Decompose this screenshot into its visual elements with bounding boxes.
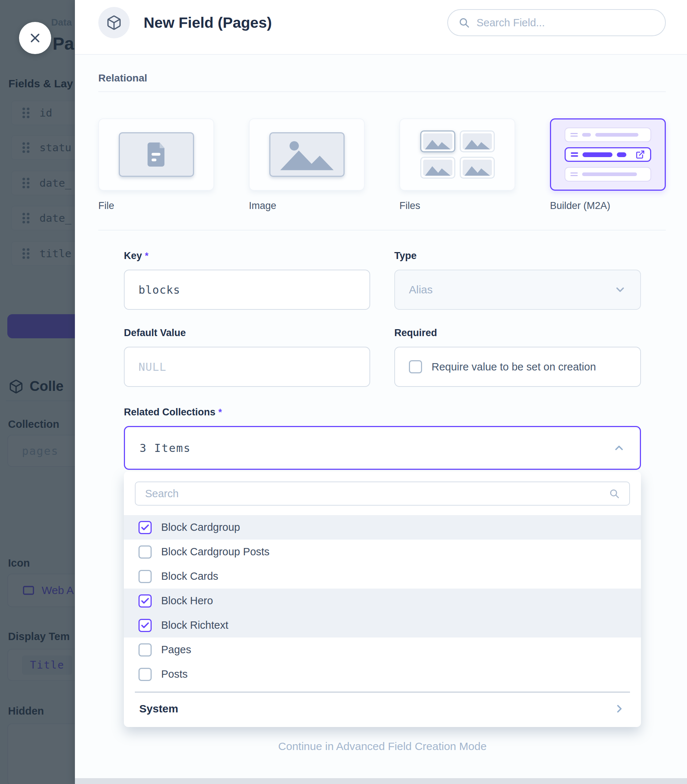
- type-card-file[interactable]: [98, 118, 214, 191]
- checkbox[interactable]: [138, 570, 152, 583]
- collection-options-list: Block Cardgroup Block Cardgroup Posts Bl…: [124, 515, 641, 686]
- external-link-icon: [636, 150, 645, 159]
- type-card-label: Builder (M2A): [550, 200, 610, 212]
- checkbox[interactable]: [138, 619, 152, 632]
- type-card-label: File: [98, 200, 114, 212]
- default-value-label: Default Value: [124, 327, 370, 339]
- option-block-cards[interactable]: Block Cards: [124, 564, 641, 589]
- checkbox[interactable]: [138, 643, 152, 656]
- option-posts[interactable]: Posts: [124, 662, 641, 686]
- chevron-down-icon: [614, 284, 626, 296]
- drawer-header: New Field (Pages) Search Field...: [75, 0, 687, 55]
- type-card-label: Files: [399, 200, 420, 212]
- related-collections-value: 3 Items: [140, 442, 191, 454]
- modal-overlay[interactable]: [0, 0, 75, 784]
- drawer-icon-circle: [98, 7, 130, 38]
- check-icon: [140, 523, 150, 532]
- checkbox[interactable]: [138, 545, 152, 559]
- new-field-drawer: New Field (Pages) Search Field... Relati…: [75, 0, 687, 784]
- advanced-mode-link[interactable]: Continue in Advanced Field Creation Mode: [124, 740, 641, 753]
- option-block-richtext[interactable]: Block Richtext: [124, 613, 641, 638]
- checkbox[interactable]: [138, 521, 152, 534]
- key-label: Key*: [124, 250, 370, 262]
- option-pages[interactable]: Pages: [124, 638, 641, 662]
- option-block-cardgroup-posts[interactable]: Block Cardgroup Posts: [124, 540, 641, 564]
- type-select[interactable]: Alias: [394, 270, 641, 310]
- collection-search-input[interactable]: Search: [135, 482, 630, 506]
- close-drawer-button[interactable]: [19, 22, 51, 54]
- close-icon: [29, 32, 41, 44]
- default-value-input[interactable]: NULL: [124, 347, 370, 387]
- option-block-hero[interactable]: Block Hero: [124, 589, 641, 613]
- required-field-box: Require value to be set on creation: [394, 347, 641, 387]
- app-root: Data Pag Fields & Lay id statu date_ dat…: [0, 0, 687, 784]
- search-placeholder: Search Field...: [477, 17, 545, 29]
- system-collections-row[interactable]: System: [124, 693, 641, 725]
- key-value: blocks: [138, 284, 180, 296]
- type-card-builder-m2a[interactable]: [550, 118, 666, 191]
- section-label-relational: Relational: [98, 72, 666, 84]
- search-icon: [609, 488, 620, 499]
- required-label: Required: [394, 327, 641, 339]
- field-type-cards: File Image: [98, 118, 666, 212]
- mountains-icon: [464, 136, 491, 149]
- search-icon: [458, 17, 470, 28]
- related-collections-dropdown: Search Block Cardgroup Block Cardgroup: [124, 471, 641, 727]
- image-icon: [278, 138, 336, 171]
- chevron-right-icon: [613, 702, 626, 715]
- chevron-up-icon: [613, 442, 625, 454]
- related-collections-label: Related Collections*: [124, 407, 641, 418]
- option-block-cardgroup[interactable]: Block Cardgroup: [124, 515, 641, 540]
- related-collections-select[interactable]: 3 Items: [124, 426, 641, 470]
- checkbox[interactable]: [138, 668, 152, 681]
- mountains-icon: [464, 162, 491, 176]
- mountains-icon: [424, 136, 451, 149]
- footer-strip: [75, 778, 687, 784]
- divider: [98, 230, 666, 231]
- builder-graphic: [565, 128, 651, 182]
- thumbnail: [420, 157, 455, 179]
- file-icon: [146, 143, 166, 167]
- thumbnail: [420, 130, 455, 153]
- type-value: Alias: [409, 284, 433, 296]
- type-card-label: Image: [249, 200, 276, 212]
- required-asterisk: *: [219, 407, 222, 417]
- key-input[interactable]: blocks: [124, 270, 370, 310]
- search-field-input[interactable]: Search Field...: [447, 9, 666, 36]
- default-value-placeholder: NULL: [138, 361, 166, 373]
- collection-search-placeholder: Search: [145, 488, 179, 500]
- thumbnail: [460, 130, 495, 153]
- type-card-files[interactable]: [399, 118, 515, 191]
- check-icon: [140, 621, 150, 630]
- checkbox[interactable]: [138, 594, 152, 608]
- type-card-image[interactable]: [249, 118, 365, 191]
- divider: [98, 91, 666, 92]
- mountains-icon: [424, 162, 451, 176]
- required-checkbox[interactable]: [409, 360, 422, 373]
- required-asterisk: *: [145, 251, 149, 261]
- drawer-title: New Field (Pages): [144, 14, 272, 31]
- thumbnail: [460, 157, 495, 179]
- check-icon: [140, 596, 150, 606]
- required-checkbox-label: Require value to be set on creation: [432, 361, 596, 373]
- type-label: Type: [394, 250, 641, 262]
- box-icon: [106, 15, 122, 31]
